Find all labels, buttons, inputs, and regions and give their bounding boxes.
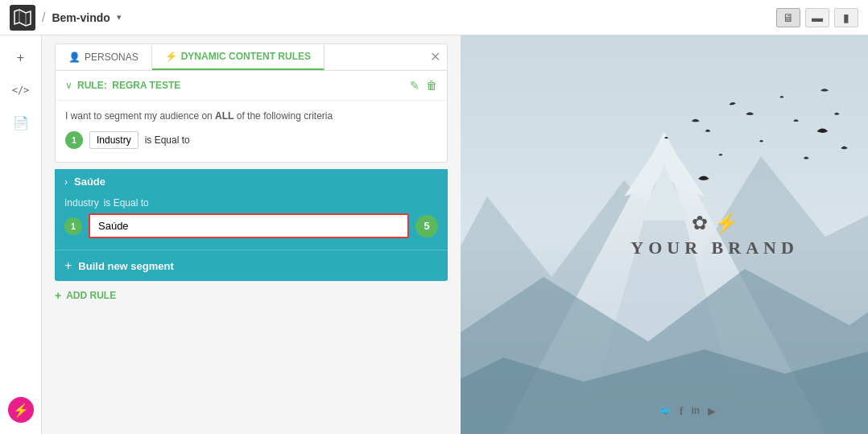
main-area: + </> 📄 ⚡ 👤 PERSONAS ⚡ DYNAMIC CONTENT R…: [0, 35, 868, 434]
rule-actions: ✎ 🗑: [410, 79, 437, 92]
topbar: / Bem-vindo ▾ 🖥 ▬ ▮: [0, 0, 868, 35]
tabs-container: 👤 PERSONAS ⚡ DYNAMIC CONTENT RULES ✕: [55, 43, 448, 71]
tab-dynamic-content[interactable]: ⚡ DYNAMIC CONTENT RULES: [152, 44, 324, 70]
add-rule-label: ADD RULE: [66, 290, 116, 301]
sidebar: + </> 📄 ⚡: [0, 35, 42, 434]
sidebar-page-icon[interactable]: 📄: [6, 108, 35, 137]
map-logo: [10, 5, 35, 31]
segment-title: Saúde: [74, 176, 105, 188]
segment-field-label: Industry: [64, 197, 99, 209]
brand-logo-icon: ✿: [692, 212, 708, 234]
segment-content: Industry is Equal to 1 5: [55, 194, 448, 250]
segment-section: › Saúde Industry is Equal to 1 5 + Build…: [55, 169, 448, 281]
add-rule-plus-icon: +: [55, 289, 61, 302]
tab-personas-label: PERSONAS: [85, 52, 138, 63]
segment-header[interactable]: › Saúde: [55, 169, 448, 194]
topbar-left: / Bem-vindo ▾: [10, 5, 122, 31]
mobile-device-btn[interactable]: ▮: [834, 8, 858, 27]
rule-title-left: ∨ RULE: REGRA TESTE: [65, 80, 180, 91]
criteria-row: 1 Industry is Equal to: [65, 131, 437, 149]
twitter-icon[interactable]: 🐦: [659, 405, 672, 418]
build-segment-label: Build new segment: [78, 260, 173, 272]
sidebar-add-icon[interactable]: +: [6, 43, 35, 72]
rule-edit-button[interactable]: ✎: [410, 79, 420, 92]
rule-prefix: RULE:: [77, 80, 107, 91]
tab-personas[interactable]: 👤 PERSONAS: [56, 45, 152, 69]
rule-name: RULE: REGRA TESTE: [77, 80, 180, 91]
rule-card: ∨ RULE: REGRA TESTE ✎ 🗑 I want to segmen…: [55, 71, 448, 163]
add-rule-button[interactable]: + ADD RULE: [55, 281, 448, 310]
rule-delete-button[interactable]: 🗑: [426, 79, 437, 92]
brand-name: YOUR BRAND: [630, 238, 799, 258]
youtube-icon[interactable]: ▶: [708, 405, 716, 418]
segment-input-number: 1: [64, 217, 82, 235]
page-title-chevron[interactable]: ▾: [117, 12, 122, 23]
rule-header: ∨ RULE: REGRA TESTE ✎ 🗑: [56, 71, 447, 101]
linkedin-icon[interactable]: in: [692, 405, 701, 418]
page-title: Bem-vindo: [52, 11, 110, 24]
desktop-device-btn[interactable]: 🖥: [776, 8, 800, 27]
criteria-number: 1: [65, 131, 83, 149]
tab-dynamic-label: DYNAMIC CONTENT RULES: [181, 51, 311, 62]
rule-toggle[interactable]: ∨: [65, 80, 72, 91]
segment-input-row: 1 5: [64, 213, 438, 238]
sidebar-code-icon[interactable]: </>: [6, 76, 35, 105]
criteria-field[interactable]: Industry: [89, 131, 138, 149]
segment-count-badge: 5: [415, 215, 438, 238]
rule-title: REGRA TESTE: [112, 80, 180, 91]
segment-op-label: is Equal to: [104, 197, 149, 209]
tablet-device-btn[interactable]: ▬: [805, 8, 829, 27]
build-new-segment-button[interactable]: + Build new segment: [55, 250, 448, 281]
segment-value-input[interactable]: [89, 213, 409, 238]
personas-icon: 👤: [68, 52, 81, 63]
brand-overlay: ✿ ⚡ YOUR BRAND: [630, 212, 799, 258]
breadcrumb-separator: /: [42, 10, 45, 25]
rule-description: I want to segment my audience on ALL of …: [65, 109, 437, 123]
svg-rect-0: [10, 5, 35, 31]
topbar-right: 🖥 ▬ ▮: [776, 8, 858, 27]
close-panel-button[interactable]: ✕: [430, 51, 440, 64]
panel-area: 👤 PERSONAS ⚡ DYNAMIC CONTENT RULES ✕ ∨ R…: [42, 35, 461, 434]
build-segment-plus-icon: +: [64, 258, 72, 273]
facebook-icon[interactable]: f: [680, 405, 684, 418]
segment-criteria-label: Industry is Equal to: [64, 197, 438, 209]
dynamic-content-icon: ⚡: [165, 51, 177, 62]
criteria-operator: is Equal to: [145, 134, 190, 146]
sidebar-alert-icon[interactable]: ⚡: [8, 397, 34, 423]
brand-lightning-icon: ⚡: [714, 212, 738, 234]
segment-chevron-icon: ›: [64, 176, 68, 188]
canvas-area: ✿ ⚡ YOUR BRAND 🐦 f in ▶: [461, 35, 868, 434]
rule-body: I want to segment my audience on ALL of …: [56, 101, 447, 162]
social-icons-bar: 🐦 f in ▶: [659, 405, 716, 418]
